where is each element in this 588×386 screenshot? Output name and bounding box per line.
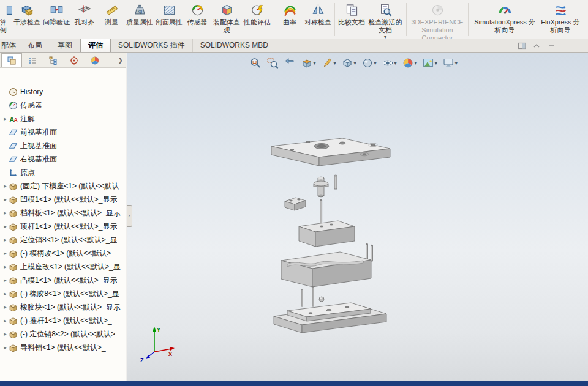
tree-item-label: (-) 橡胶8<1> (默认<<默认>_显: [20, 289, 119, 299]
ribbon-button-simulationxpress-wizard[interactable]: SimulationXpress 分析向导: [470, 1, 539, 39]
ribbon-button-floxpress-wizard[interactable]: FloXpress 分析向导: [539, 1, 582, 39]
part-icon: [9, 249, 18, 258]
ribbon-button-measure[interactable]: 测量: [98, 1, 125, 39]
tab-evaluate[interactable]: 评估: [80, 39, 111, 52]
tree-item-1[interactable]: 传感器: [0, 98, 126, 112]
ribbon-buttons: 算例干涉检查间隙验证孔对齐测量kg质量属性剖面属性传感器装配体直观性能评估曲率对…: [0, 0, 588, 39]
ribbon-button-sensors[interactable]: 传感器: [184, 1, 211, 39]
ribbon-button-clearance-verify[interactable]: 间隙验证: [42, 1, 71, 39]
headsup-apply-scene-button[interactable]: ▾: [421, 56, 439, 70]
panel-tab-configurationmanager[interactable]: [43, 54, 64, 67]
tree-item-label: 右视基准面: [20, 154, 57, 165]
headsup-edit-appearance-button[interactable]: ▾: [401, 56, 418, 70]
tree-item-12[interactable]: ▸(-) 模柄改<1> (默认<<默认>: [0, 247, 126, 260]
expander-icon[interactable]: ▸: [2, 291, 9, 297]
section-view-icon: [301, 57, 313, 69]
ribbon-button-hole-alignment[interactable]: 孔对齐: [71, 1, 98, 39]
panel-flyout-chevron-icon[interactable]: ❯: [118, 57, 123, 64]
ribbon-button-check-active-document[interactable]: 检查激活的文档▾: [366, 1, 404, 39]
expander-icon[interactable]: ▸: [2, 317, 9, 324]
expander-icon[interactable]: ▸: [2, 331, 9, 337]
part-icon: [9, 262, 18, 272]
tab-sketch[interactable]: 草图: [50, 39, 80, 52]
tree-item-0[interactable]: History: [0, 85, 126, 98]
ribbon-button-3dexperience-simulation-connector[interactable]: 3DEXPERIENCE Simulation Connector: [409, 1, 466, 39]
headsup-view-settings-button[interactable]: ▾: [441, 56, 459, 70]
panel-tab-propertymanager[interactable]: [22, 54, 43, 67]
expander-icon[interactable]: ▸: [2, 250, 9, 256]
tab-layout[interactable]: 布局: [20, 39, 50, 52]
expander-icon[interactable]: ▸: [2, 277, 9, 283]
ribbon-button-compare-documents[interactable]: 比较文档: [337, 1, 366, 39]
tree-item-8[interactable]: ▸凹模1<1> (默认<<默认>_显示: [0, 193, 126, 206]
tree-item-label: 档料板<1> (默认<<默认>_显示: [20, 208, 121, 218]
headsup-section-view-button[interactable]: ▾: [300, 56, 317, 70]
expander-icon[interactable]: ▸: [2, 223, 9, 229]
expander-icon[interactable]: ▸: [2, 344, 9, 351]
expander-icon[interactable]: ▸: [2, 210, 9, 216]
tree-item-10[interactable]: ▸顶杆1<1> (默认<<默认>_显示: [0, 220, 126, 233]
tree-item-4[interactable]: 上视基准面: [0, 139, 126, 152]
task-pane-icon[interactable]: [517, 41, 527, 51]
ribbon-button-study-clipped[interactable]: 算例: [0, 1, 12, 39]
triad-z-label: Z: [140, 357, 144, 363]
dynamic-annotation-icon: [321, 57, 333, 69]
ribbon-group-separator: [406, 3, 407, 36]
tree-item-2[interactable]: ▸AA注解: [0, 112, 126, 125]
tree-item-11[interactable]: ▸定位销8<1> (默认<<默认>_显: [0, 233, 126, 247]
tree-item-16[interactable]: ▸橡胶块<1> (默认<<默认>_显示: [0, 300, 126, 314]
displaymanager-tab-icon: [90, 56, 100, 65]
panel-tab-dimxpertmanager[interactable]: [64, 54, 85, 67]
panel-tab-displaymanager[interactable]: [85, 54, 105, 67]
tab-assembly[interactable]: 配体: [0, 39, 20, 52]
tab-solidworks-addins[interactable]: SOLIDWORKS 插件: [111, 39, 193, 52]
ribbon-button-mass-properties[interactable]: kg质量属性: [125, 1, 154, 39]
tree-item-15[interactable]: ▸(-) 橡胶8<1> (默认<<默认>_显: [0, 287, 126, 300]
symmetry-check-icon: [311, 3, 325, 17]
expander-icon[interactable]: ▸: [2, 237, 9, 243]
svg-text:kg: kg: [137, 9, 141, 14]
ribbon-button-performance-evaluation[interactable]: 性能评估: [243, 1, 272, 39]
tab-solidworks-mbd[interactable]: SOLIDWORKS MBD: [193, 39, 276, 52]
panel-flyout-tab[interactable]: ‹: [127, 205, 132, 227]
collapse-ribbon-icon[interactable]: [532, 41, 541, 51]
headsup-hide-show-items-button[interactable]: ▾: [380, 56, 398, 70]
view-settings-icon: [442, 57, 454, 69]
tree-item-6[interactable]: 原点: [0, 166, 126, 179]
expander-icon[interactable]: ▸: [2, 304, 9, 310]
hole-alignment-icon: [78, 3, 92, 17]
tree-item-label: (固定) 下模座<1> (默认<<默认: [20, 181, 119, 191]
headsup-display-style-button[interactable]: ▾: [360, 56, 378, 70]
plane-icon: [9, 141, 18, 150]
tree-item-3[interactable]: 前视基准面: [0, 125, 126, 139]
ribbon-button-assembly-visualization[interactable]: 装配体直观: [211, 1, 243, 39]
tree-item-14[interactable]: ▸凸模1<1> (默认<<默认>_显示: [0, 273, 126, 287]
tree-item-9[interactable]: ▸档料板<1> (默认<<默认>_显示: [0, 206, 126, 220]
zoom-fit-icon: [249, 57, 262, 69]
headsup-zoom-area-button[interactable]: [265, 56, 280, 70]
headsup-toolbar: ▾▾▾▾▾▾▾▾: [248, 56, 459, 70]
exploded-assembly-model[interactable]: Y X Z: [127, 53, 588, 381]
expander-icon[interactable]: ▸: [2, 116, 9, 122]
graphics-viewport[interactable]: ▾▾▾▾▾▾▾▾: [127, 53, 588, 381]
tree-item-7[interactable]: ▸(固定) 下模座<1> (默认<<默认: [0, 179, 126, 193]
expander-icon[interactable]: ▸: [2, 196, 9, 202]
tree-item-13[interactable]: ▸上模座改<1> (默认<<默认>_显: [0, 260, 126, 273]
expander-icon[interactable]: ▸: [2, 264, 9, 270]
tree-item-5[interactable]: 右视基准面: [0, 152, 126, 166]
headsup-view-orientation-button[interactable]: ▾: [340, 56, 358, 70]
ribbon-button-symmetry-check[interactable]: 对称检查: [303, 1, 333, 39]
tree-item-19[interactable]: ▸导料销<1> (默认<<默认>_: [0, 341, 126, 354]
headsup-dynamic-annotation-button[interactable]: ▾: [320, 56, 337, 70]
expander-icon[interactable]: ▸: [2, 183, 9, 189]
ribbon-button-label: 3DEXPERIENCE Simulation Connector: [410, 18, 465, 39]
ribbon-button-section-properties[interactable]: 剖面属性: [154, 1, 184, 39]
tree-item-18[interactable]: ▸(-) 定位销8<2> (默认<<默认>: [0, 327, 126, 341]
headsup-zoom-fit-button[interactable]: [248, 56, 263, 70]
headsup-previous-view-button[interactable]: [282, 56, 297, 70]
tree-item-17[interactable]: ▸(-) 推杆1<1> (默认<<默认>_: [0, 314, 126, 327]
panel-tab-featuremanager[interactable]: [1, 53, 22, 67]
ribbon-button-interference-check[interactable]: 干涉检查: [12, 1, 42, 39]
minimize-icon[interactable]: [546, 41, 556, 51]
ribbon-button-curvature[interactable]: 曲率: [276, 1, 303, 39]
